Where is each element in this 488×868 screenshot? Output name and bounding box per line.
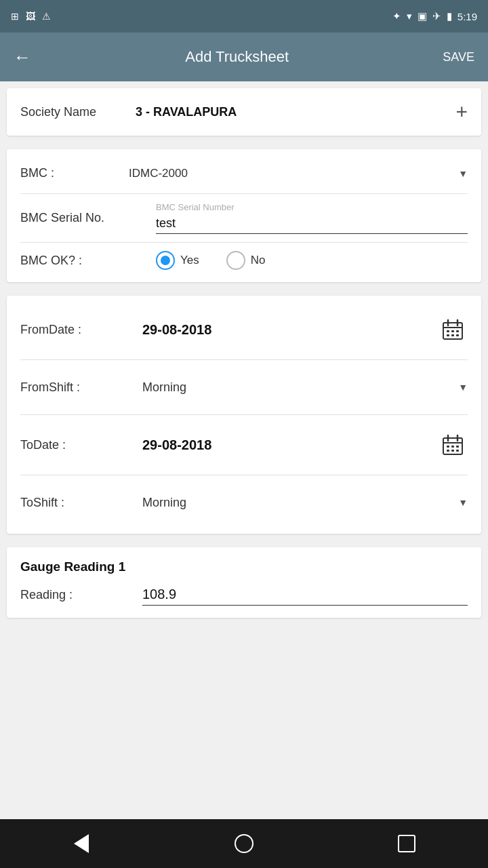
page-title: Add Trucksheet <box>31 48 443 66</box>
status-icons-right: ✦ ▾ ▣ ✈ ▮ 5:19 <box>392 10 477 22</box>
divider-5 <box>20 475 468 475</box>
grid-icon: ⊞ <box>11 11 19 22</box>
time-display: 5:19 <box>458 11 477 22</box>
add-society-button[interactable]: + <box>455 100 468 123</box>
divider-3 <box>20 359 468 360</box>
to-date-row: ToDate : 29-08-2018 <box>20 423 468 467</box>
divider-4 <box>20 414 468 415</box>
society-row: Society Name 3 - RAVALAPURA + <box>20 100 468 123</box>
bmc-serial-label: BMC Serial No. <box>20 211 156 225</box>
back-button[interactable]: ← <box>14 47 31 68</box>
warning-icon: ⚠ <box>42 11 51 22</box>
bottom-nav <box>0 819 488 868</box>
svg-rect-4 <box>447 330 449 332</box>
bmc-ok-no-option[interactable]: No <box>226 251 266 270</box>
bmc-row: BMC : IDMC-2000 IDMC-3000 IDMC-4000 ▼ <box>20 161 468 185</box>
bmc-label: BMC : <box>20 166 129 180</box>
gauge-reading-card: Gauge Reading 1 Reading : <box>7 547 481 618</box>
from-date-value: 29-08-2018 <box>142 322 438 338</box>
from-shift-select-wrap: Morning Evening ▼ <box>142 375 468 399</box>
to-date-label: ToDate : <box>20 438 142 452</box>
svg-rect-15 <box>451 446 454 448</box>
from-date-calendar-button[interactable] <box>438 315 468 344</box>
bmc-select-wrapper: IDMC-2000 IDMC-3000 IDMC-4000 ▼ <box>129 161 468 185</box>
divider-1 <box>20 193 468 194</box>
bmc-ok-yes-circle <box>156 251 175 270</box>
svg-rect-18 <box>451 450 454 452</box>
society-name-card: Society Name 3 - RAVALAPURA + <box>7 88 481 136</box>
from-shift-dropdown[interactable]: Morning Evening <box>142 375 468 399</box>
home-circle-icon <box>235 834 253 853</box>
svg-rect-9 <box>456 334 459 336</box>
top-bar: ← Add Trucksheet SAVE <box>0 33 488 81</box>
bluetooth-icon: ✦ <box>392 10 401 22</box>
nav-back-button[interactable] <box>66 829 96 859</box>
from-date-label: FromDate : <box>20 323 142 337</box>
bmc-ok-yes-label: Yes <box>180 254 199 267</box>
reading-row: Reading : <box>20 584 468 606</box>
reading-label: Reading : <box>20 588 142 602</box>
reading-input[interactable] <box>142 584 468 606</box>
bmc-ok-no-label: No <box>251 254 266 267</box>
to-shift-label: ToShift : <box>20 496 142 510</box>
bmc-serial-input-wrap: BMC Serial Number <box>156 202 468 234</box>
status-bar: ⊞ 🖼 ⚠ ✦ ▾ ▣ ✈ ▮ 5:19 <box>0 0 488 33</box>
bmc-ok-yes-option[interactable]: Yes <box>156 251 199 270</box>
svg-rect-17 <box>447 450 449 452</box>
svg-rect-19 <box>456 450 459 452</box>
from-shift-row: FromShift : Morning Evening ▼ <box>20 368 468 406</box>
airplane-icon: ✈ <box>432 10 441 22</box>
bmc-card: BMC : IDMC-2000 IDMC-3000 IDMC-4000 ▼ BM… <box>7 149 481 282</box>
calendar-icon-2 <box>442 434 464 456</box>
bmc-ok-options: Yes No <box>156 251 468 270</box>
to-shift-row: ToShift : Morning Evening ▼ <box>20 484 468 521</box>
bmc-ok-label: BMC OK? : <box>20 254 156 268</box>
to-shift-dropdown[interactable]: Morning Evening <box>142 490 468 515</box>
society-name-label: Society Name <box>20 105 129 119</box>
bmc-ok-row: BMC OK? : Yes No <box>20 251 468 270</box>
gauge-reading-title: Gauge Reading 1 <box>20 559 468 574</box>
bmc-serial-row: BMC Serial No. BMC Serial Number <box>20 202 468 234</box>
from-shift-label: FromShift : <box>20 380 142 395</box>
calendar-icon <box>442 319 464 340</box>
battery-icon: ▮ <box>447 10 452 22</box>
recents-square-icon <box>398 835 415 852</box>
bmc-ok-no-circle <box>226 251 245 270</box>
image-icon: 🖼 <box>26 11 35 22</box>
nav-home-button[interactable] <box>229 829 259 859</box>
status-icons-left: ⊞ 🖼 ⚠ <box>11 11 51 22</box>
from-date-row: FromDate : 29-08-2018 <box>20 308 468 351</box>
svg-rect-6 <box>456 330 459 332</box>
svg-rect-5 <box>451 330 454 332</box>
divider-2 <box>20 242 468 243</box>
to-shift-select-wrap: Morning Evening ▼ <box>142 490 468 515</box>
nav-recents-button[interactable] <box>392 829 422 859</box>
back-triangle-icon <box>74 834 89 853</box>
bmc-dropdown[interactable]: IDMC-2000 IDMC-3000 IDMC-4000 <box>129 161 468 185</box>
date-shift-card: FromDate : 29-08-2018 FromShift : Mornin… <box>7 296 481 534</box>
svg-rect-16 <box>456 446 459 448</box>
society-name-value: 3 - RAVALAPURA <box>136 105 455 119</box>
svg-rect-7 <box>447 334 449 336</box>
to-date-value: 29-08-2018 <box>142 437 438 453</box>
signal-icon: ▣ <box>418 10 427 22</box>
to-date-calendar-button[interactable] <box>438 430 468 460</box>
svg-rect-14 <box>447 446 449 448</box>
wifi-icon: ▾ <box>407 10 412 22</box>
save-button[interactable]: SAVE <box>443 50 474 64</box>
bmc-serial-input[interactable] <box>156 214 468 234</box>
svg-rect-8 <box>451 334 454 336</box>
bmc-serial-placeholder: BMC Serial Number <box>156 202 468 212</box>
bmc-ok-yes-inner <box>161 256 170 265</box>
